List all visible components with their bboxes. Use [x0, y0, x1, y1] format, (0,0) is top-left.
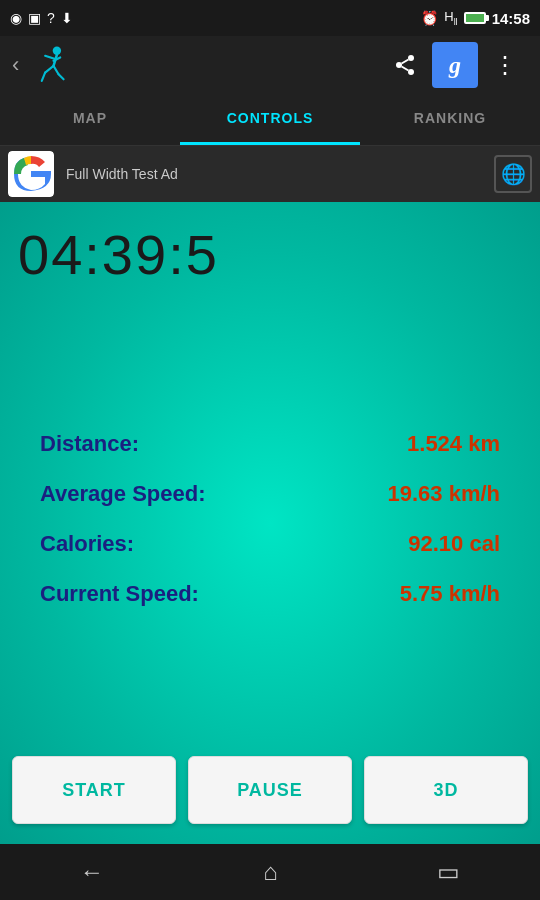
- svg-point-10: [408, 69, 414, 75]
- google-logo-icon: [8, 151, 54, 197]
- nav-recent-button[interactable]: ▭: [413, 850, 484, 894]
- timer-display: 04:39:5: [0, 202, 540, 297]
- stat-value-calories: 92.10 cal: [408, 531, 500, 557]
- bottom-nav: ← ⌂ ▭: [0, 844, 540, 900]
- timer-text: 04:39:5: [18, 223, 219, 286]
- svg-line-5: [42, 73, 45, 81]
- app-logo: [29, 43, 73, 87]
- help-icon: ?: [47, 10, 55, 26]
- download-icon: ⬇: [61, 10, 73, 26]
- status-time: 14:58: [492, 10, 530, 27]
- ad-text: Full Width Test Ad: [66, 166, 482, 182]
- status-icons-left: ◉ ▣ ? ⬇: [10, 10, 73, 26]
- pause-button[interactable]: PAUSE: [188, 756, 352, 824]
- more-icon: ⋮: [493, 51, 518, 79]
- stats-container: Distance: 1.524 km Average Speed: 19.63 …: [0, 297, 540, 740]
- status-bar: ◉ ▣ ? ⬇ ⏰ Hll 14:58: [0, 0, 540, 36]
- signal-icon: Hll: [444, 9, 457, 27]
- google-button[interactable]: g: [432, 42, 478, 88]
- share-button[interactable]: [382, 42, 428, 88]
- stat-row-avg-speed: Average Speed: 19.63 km/h: [40, 481, 500, 507]
- tab-bar: MAP CONTROLS RANKING: [0, 94, 540, 146]
- stat-value-avg-speed: 19.63 km/h: [387, 481, 500, 507]
- photo-icon: ▣: [28, 10, 41, 26]
- status-icons-right: ⏰ Hll 14:58: [421, 9, 530, 27]
- back-button[interactable]: ‹: [12, 52, 19, 78]
- stat-row-calories: Calories: 92.10 cal: [40, 531, 500, 557]
- app-bar: ‹: [0, 36, 540, 94]
- svg-point-9: [396, 62, 402, 68]
- stat-value-distance: 1.524 km: [407, 431, 500, 457]
- start-button[interactable]: START: [12, 756, 176, 824]
- alarm-clock-icon: ⏰: [421, 10, 438, 26]
- tab-map-label: MAP: [73, 110, 107, 126]
- svg-line-7: [59, 74, 64, 79]
- globe-icon: 🌐: [501, 162, 526, 186]
- tab-controls-label: CONTROLS: [227, 110, 314, 126]
- stat-label-avg-speed: Average Speed:: [40, 481, 205, 507]
- stat-label-current-speed: Current Speed:: [40, 581, 199, 607]
- svg-line-2: [45, 56, 55, 59]
- ad-logo: [8, 151, 54, 197]
- stat-label-calories: Calories:: [40, 531, 134, 557]
- battery-icon: [464, 12, 486, 24]
- runner-icon: [30, 44, 72, 86]
- more-options-button[interactable]: ⋮: [482, 42, 528, 88]
- alarm-icon: ◉: [10, 10, 22, 26]
- tab-map[interactable]: MAP: [0, 94, 180, 145]
- app-bar-right: g ⋮: [382, 42, 528, 88]
- svg-line-11: [402, 67, 409, 71]
- 3d-button[interactable]: 3D: [364, 756, 528, 824]
- ad-globe-button[interactable]: 🌐: [494, 155, 532, 193]
- google-label: g: [449, 52, 461, 79]
- svg-line-4: [45, 66, 53, 73]
- nav-home-button[interactable]: ⌂: [239, 850, 302, 894]
- app-bar-left: ‹: [12, 43, 73, 87]
- stat-label-distance: Distance:: [40, 431, 139, 457]
- tab-controls[interactable]: CONTROLS: [180, 94, 360, 145]
- svg-line-12: [402, 60, 409, 64]
- tab-ranking[interactable]: RANKING: [360, 94, 540, 145]
- ad-banner: Full Width Test Ad 🌐: [0, 146, 540, 202]
- stat-value-current-speed: 5.75 km/h: [400, 581, 500, 607]
- tab-ranking-label: RANKING: [414, 110, 486, 126]
- svg-line-6: [54, 66, 59, 74]
- svg-point-0: [53, 47, 61, 55]
- stat-row-distance: Distance: 1.524 km: [40, 431, 500, 457]
- svg-point-8: [408, 55, 414, 61]
- nav-back-button[interactable]: ←: [56, 850, 128, 894]
- stat-row-current-speed: Current Speed: 5.75 km/h: [40, 581, 500, 607]
- main-content: 04:39:5 Distance: 1.524 km Average Speed…: [0, 202, 540, 844]
- controls-row: START PAUSE 3D: [0, 740, 540, 844]
